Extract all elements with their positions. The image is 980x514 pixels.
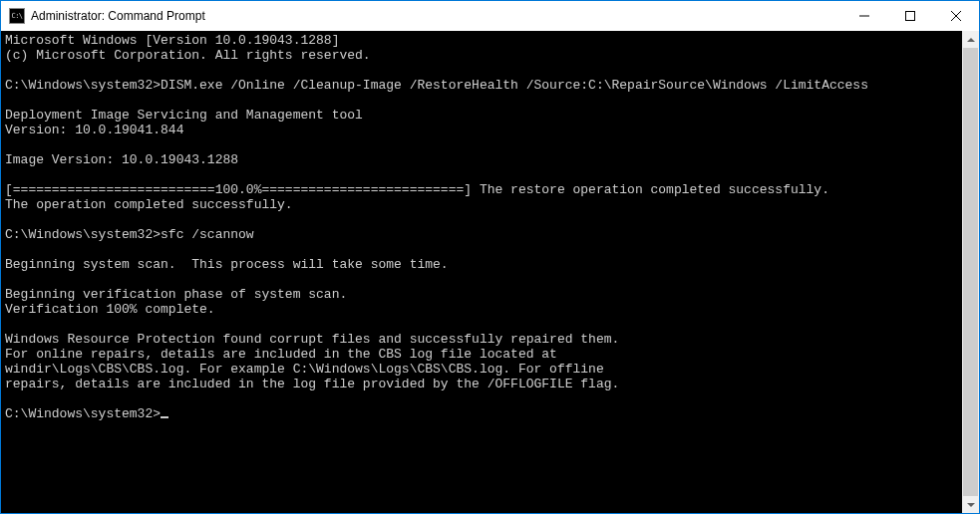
output-line: Version: 10.0.19041.844 [5, 123, 183, 137]
output-line: Microsoft Windows [Version 10.0.19043.12… [5, 33, 339, 48]
cmd-icon: C:\ [9, 8, 25, 24]
close-button[interactable] [933, 1, 979, 31]
vertical-scrollbar[interactable] [962, 31, 979, 513]
output-line: C:\Windows\system32>DISM.exe /Online /Cl… [5, 78, 868, 93]
output-line: C:\Windows\system32>sfc /scannow [5, 227, 254, 242]
output-line: (c) Microsoft Corporation. All rights re… [5, 48, 371, 63]
scroll-thumb[interactable] [963, 48, 978, 496]
output-line: The operation completed successfully. [5, 197, 293, 212]
output-line: windir\Logs\CBS\CBS.log. For example C:\… [5, 362, 604, 377]
output-line: For online repairs, details are included… [5, 347, 557, 362]
output-line: Windows Resource Protection found corrup… [5, 332, 619, 347]
scroll-track[interactable] [962, 48, 979, 496]
output-line: Beginning system scan. This process will… [5, 257, 449, 272]
cursor [161, 416, 168, 418]
svg-rect-1 [906, 12, 915, 21]
maximize-button[interactable] [887, 1, 933, 31]
output-line: repairs, details are included in the log… [5, 377, 619, 391]
output-line: Beginning verification phase of system s… [5, 287, 347, 302]
window-controls [841, 1, 979, 31]
output-line: Deployment Image Servicing and Managemen… [5, 108, 363, 123]
output-line: Verification 100% complete. [5, 302, 215, 317]
output-line: [==========================100.0%=======… [5, 182, 829, 197]
output-line: Image Version: 10.0.19043.1288 [5, 152, 238, 167]
client-area: Microsoft Windows [Version 10.0.19043.12… [1, 31, 979, 513]
terminal-output[interactable]: Microsoft Windows [Version 10.0.19043.12… [1, 31, 962, 513]
scroll-up-arrow-icon[interactable] [962, 31, 979, 48]
window-title: Administrator: Command Prompt [31, 9, 205, 23]
scroll-down-arrow-icon[interactable] [962, 496, 979, 513]
prompt-line: C:\Windows\system32> [5, 406, 161, 421]
titlebar[interactable]: C:\ Administrator: Command Prompt [1, 1, 979, 31]
minimize-button[interactable] [841, 1, 887, 31]
